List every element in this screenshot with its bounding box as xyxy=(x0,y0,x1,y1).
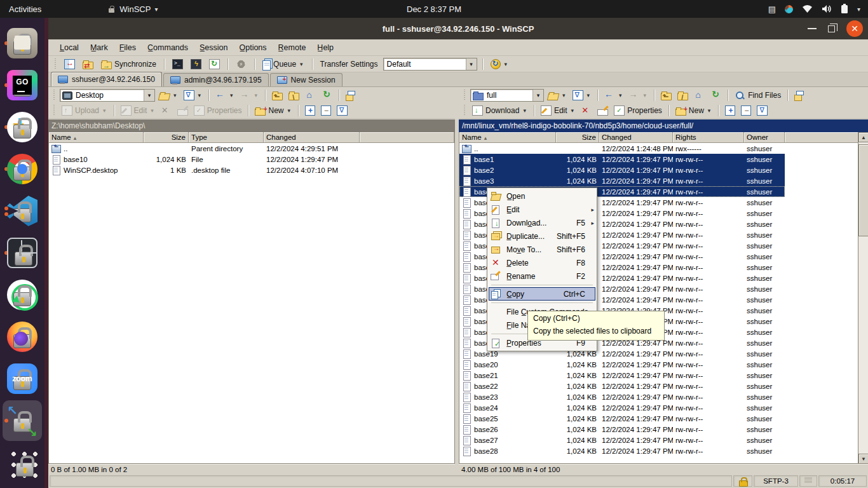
app-menu-button[interactable]: WinSCP ▾ xyxy=(107,4,158,14)
column-header-changed[interactable]: Changed xyxy=(264,132,360,143)
table-row[interactable]: base26 1,024 KB 12/2/2024 1:29:47 PM rw-… xyxy=(459,424,858,435)
table-row[interactable]: base27 1,024 KB 12/2/2024 1:29:47 PM rw-… xyxy=(459,435,858,445)
selection-filter-button[interactable] xyxy=(335,105,349,116)
open-directory-button[interactable]: ▾ xyxy=(546,91,569,99)
table-row[interactable]: .. Parent directory 12/2/2024 4:29:51 PM xyxy=(49,143,454,154)
new-button[interactable]: New▾ xyxy=(674,105,714,116)
toolbar-grip[interactable] xyxy=(53,105,56,116)
edit-button[interactable]: Edit▾ xyxy=(119,105,157,116)
context-menu-item[interactable]: D̲elete F8 xyxy=(489,256,595,269)
preferences-button[interactable] xyxy=(233,58,249,71)
filter-button[interactable]: ▾ xyxy=(182,90,205,101)
dock-item[interactable] xyxy=(3,400,42,441)
combo-dropdown-icon[interactable]: ▾ xyxy=(532,90,543,101)
properties-button[interactable]: Properties xyxy=(612,105,664,116)
session-time-cell[interactable]: 0:05:17 xyxy=(818,475,867,487)
dock-item[interactable] xyxy=(3,23,42,64)
local-path-bar[interactable]: Z:\home\shubham\Desktop\ xyxy=(48,119,455,132)
queue-button[interactable]: Queue▾ xyxy=(260,58,307,71)
minimize-button[interactable] xyxy=(808,28,817,29)
remote-drive-combo[interactable]: full ▾ xyxy=(470,89,544,102)
delete-button[interactable] xyxy=(159,105,173,116)
select-files-button[interactable] xyxy=(303,105,317,116)
system-menu-chevron-icon[interactable]: ▾ xyxy=(857,6,860,13)
wifi-icon[interactable] xyxy=(802,4,813,13)
server-cell[interactable] xyxy=(799,475,817,487)
clipboard-tray-icon[interactable]: ▤ xyxy=(768,4,776,14)
root-directory-button[interactable] xyxy=(287,91,301,100)
table-row[interactable]: base24 1,024 KB 12/2/2024 1:29:47 PM rw-… xyxy=(459,402,858,413)
context-menu-item[interactable]: D̲uplicate... Shift+F5 xyxy=(489,229,595,243)
forward-button[interactable]: ▾ xyxy=(238,90,261,101)
properties-button[interactable]: Properties xyxy=(192,105,244,116)
column-header-size[interactable]: Size xyxy=(556,132,599,143)
find-files-button[interactable]: Find Files xyxy=(733,90,783,101)
console-command-button[interactable] xyxy=(188,58,204,71)
edit-button[interactable]: Edit▾ xyxy=(539,105,577,116)
refresh-button[interactable] xyxy=(320,90,334,101)
table-row[interactable]: base25 1,024 KB 12/2/2024 1:29:47 PM rw-… xyxy=(459,413,858,424)
context-menu-item[interactable]: Downlo̲ad... F5 xyxy=(489,216,595,229)
unselect-files-button[interactable] xyxy=(739,105,753,116)
vertical-scrollbar[interactable]: ▲ ▼ xyxy=(858,132,868,464)
menu-bar-item[interactable]: M̲ark xyxy=(85,41,113,54)
battery-icon[interactable] xyxy=(841,4,848,14)
encryption-cell[interactable] xyxy=(733,475,752,487)
column-header-owner[interactable]: Owner xyxy=(744,132,785,143)
table-row[interactable]: base21 1,024 KB 12/2/2024 1:29:47 PM rw-… xyxy=(459,370,858,381)
menu-bar-item[interactable]: S̲ession xyxy=(194,41,233,54)
column-header-name[interactable]: Name xyxy=(459,132,556,143)
root-directory-button[interactable] xyxy=(675,91,690,100)
menu-bar-item[interactable]: F̲iles xyxy=(114,41,141,54)
protocol-cell[interactable]: SFTP-3 xyxy=(754,475,798,487)
refresh-button[interactable] xyxy=(709,90,723,101)
open-terminal-button[interactable] xyxy=(170,58,186,71)
back-button[interactable]: ▾ xyxy=(214,90,236,101)
menu-bar-item[interactable]: C̲ommands xyxy=(142,41,193,54)
context-menu-item[interactable] xyxy=(489,283,595,287)
synchronize-browsing-button[interactable]: ▾ xyxy=(488,58,512,71)
refresh-session-button[interactable] xyxy=(207,58,222,71)
dock-item[interactable] xyxy=(3,107,42,147)
unselect-files-button[interactable] xyxy=(319,105,333,116)
title-bar[interactable]: full - sshuser@34.92.246.150 - WinSCP ✕ xyxy=(48,18,868,39)
forward-button[interactable]: ▾ xyxy=(627,90,650,101)
table-row[interactable]: base1 1,024 KB 12/2/2024 1:29:47 PM rw-r… xyxy=(459,154,858,165)
maximize-button[interactable] xyxy=(828,25,835,32)
dock-item[interactable] xyxy=(3,442,42,483)
select-files-button[interactable] xyxy=(723,105,737,116)
local-drive-combo[interactable]: Desktop ▾ xyxy=(60,89,155,102)
session-tab[interactable]: admin@34.96.179.195 xyxy=(163,73,269,86)
delete-button[interactable] xyxy=(579,105,593,116)
open-directory-button[interactable]: ▾ xyxy=(157,91,180,99)
dock-item[interactable] xyxy=(3,316,42,357)
activities-button[interactable]: Activities xyxy=(0,4,50,14)
parent-directory-button[interactable] xyxy=(659,91,674,100)
follow-symlinks-button[interactable] xyxy=(792,92,804,99)
context-menu-item[interactable] xyxy=(489,301,595,305)
table-row[interactable]: .. 12/2/2024 1:24:48 PM rwx------ sshuse… xyxy=(459,143,858,154)
back-button[interactable]: ▾ xyxy=(602,90,625,101)
dock-item[interactable] xyxy=(3,149,42,189)
toolbar-grip[interactable] xyxy=(463,105,466,116)
clock[interactable]: Dec 2 8:37 PM xyxy=(407,4,461,14)
column-header-size[interactable]: Size xyxy=(144,132,189,143)
toolbar-grip[interactable] xyxy=(53,90,56,101)
menu-bar-item[interactable]: O̲ptions xyxy=(234,41,271,54)
combo-dropdown-icon[interactable]: ▾ xyxy=(466,58,477,70)
menu-bar-item[interactable]: H̲elp xyxy=(312,41,339,54)
dock-item[interactable] xyxy=(3,274,42,315)
column-header-name[interactable]: Name xyxy=(49,132,144,143)
follow-symlinks-button[interactable] xyxy=(344,92,355,99)
context-menu-item[interactable]: C̲opy Ctrl+C xyxy=(489,287,595,301)
table-row[interactable]: base3 1,024 KB 12/2/2024 1:29:47 PM rw-r… xyxy=(459,175,858,186)
session-tab[interactable]: sshuser@34.92.246.150 xyxy=(51,72,162,86)
close-button[interactable]: ✕ xyxy=(846,20,863,37)
download-button[interactable]: Download▾ xyxy=(470,105,529,116)
table-row[interactable]: WinSCP.desktop 1 KB .desktop file 12/2/2… xyxy=(49,165,454,175)
context-menu-item[interactable]: R̲ename F2 xyxy=(489,269,595,283)
home-directory-button[interactable] xyxy=(692,90,707,101)
table-row[interactable]: base23 1,024 KB 12/2/2024 1:29:47 PM rw-… xyxy=(459,391,858,402)
scrollbar-thumb[interactable] xyxy=(858,144,868,236)
combo-dropdown-icon[interactable]: ▾ xyxy=(144,90,154,101)
